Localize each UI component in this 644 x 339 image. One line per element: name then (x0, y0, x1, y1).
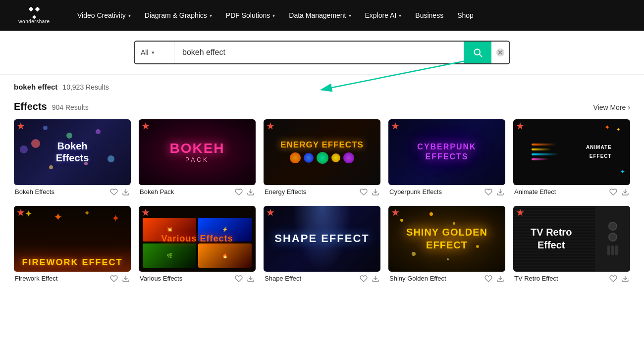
download-icon[interactable] (496, 188, 504, 196)
effect-actions (235, 275, 255, 283)
effects-grid-row2: ✦ ✦ ✦ ✦ FIREWORK EFFECT Firework Effect (14, 206, 630, 283)
nav-item-shop[interactable]: Shop (450, 0, 481, 31)
effect-info: Energy Effects (264, 185, 380, 196)
dropdown-chevron-icon: ▾ (152, 49, 155, 56)
like-icon[interactable] (609, 188, 617, 196)
effect-thumbnail: SHINY GOLDENEFFECT (388, 206, 505, 272)
chevron-down-icon: ▾ (128, 13, 131, 18)
effect-name: Animate Effect (514, 188, 556, 195)
effect-info: Shape Effect (264, 272, 380, 283)
search-icon (473, 48, 483, 57)
premium-badge (391, 122, 399, 130)
search-input[interactable] (174, 42, 464, 63)
effect-actions (110, 275, 130, 283)
effect-thumbnail: ✦ ✦ ✦ ✦ FIREWORK EFFECT (14, 206, 131, 272)
navbar: wondershare Video Creativity ▾ Diagram &… (0, 0, 644, 31)
download-icon[interactable] (247, 188, 255, 196)
chevron-down-icon: ▾ (399, 13, 401, 18)
effect-info: TV Retro Effect (513, 272, 630, 283)
results-count: 10,923 Results (62, 83, 108, 91)
effect-card-energy-effects[interactable]: ENERGY EFFECTS Energy Effects (264, 119, 380, 196)
effect-card-various-effects[interactable]: 💥 ⚡ 🌿 🔥 Various Effects Various Effects (139, 206, 256, 283)
chevron-down-icon: ▾ (349, 13, 351, 18)
effect-actions (235, 188, 255, 196)
effect-actions (110, 188, 130, 196)
effect-info: Shiny Golden Effect (388, 272, 505, 283)
section-title: Effects (14, 101, 47, 112)
svg-line-1 (480, 54, 482, 57)
effect-card-bokeh-pack[interactable]: BOKEH PACK Bokeh Pack (139, 119, 256, 196)
nav-item-business[interactable]: Business (408, 0, 450, 31)
like-icon[interactable] (484, 275, 492, 283)
like-icon[interactable] (110, 188, 118, 196)
effect-thumbnail: ANIMATEEFFECT ✦ ✦ ✦ (513, 119, 630, 185)
download-icon[interactable] (122, 275, 130, 283)
like-icon[interactable] (360, 275, 368, 283)
download-icon[interactable] (372, 275, 379, 283)
effect-name: Bokeh Pack (140, 188, 174, 195)
chevron-down-icon: ▾ (210, 13, 212, 18)
effect-actions (484, 188, 504, 196)
premium-badge (267, 209, 274, 217)
logo-icon (26, 7, 42, 18)
like-icon[interactable] (235, 275, 243, 283)
nav-item-data-management[interactable]: Data Management ▾ (282, 0, 358, 31)
effect-actions (484, 275, 504, 283)
premium-badge (267, 122, 274, 130)
effect-name: Bokeh Effects (15, 188, 54, 195)
effect-actions (360, 188, 379, 196)
effect-thumbnail: BokehEffects (14, 119, 131, 185)
effect-card-animate-effect[interactable]: ANIMATEEFFECT ✦ ✦ ✦ Animate Effect (513, 119, 630, 196)
effect-card-firework-effect[interactable]: ✦ ✦ ✦ ✦ FIREWORK EFFECT Firework Effect (14, 206, 131, 283)
effect-name: TV Retro Effect (514, 275, 558, 282)
nav-item-diagram-graphics[interactable]: Diagram & Graphics ▾ (138, 0, 219, 31)
logo[interactable]: wondershare (12, 7, 56, 24)
effect-thumbnail: CYBERPUNKEFFECTS (388, 119, 505, 185)
download-icon[interactable] (621, 275, 629, 283)
download-icon[interactable] (122, 188, 130, 196)
like-icon[interactable] (484, 188, 492, 196)
effect-info: Animate Effect (513, 185, 630, 196)
download-icon[interactable] (247, 275, 255, 283)
effect-name: Cyberpunk Effects (389, 188, 442, 195)
effect-thumbnail: 💥 ⚡ 🌿 🔥 Various Effects (139, 206, 256, 272)
like-icon[interactable] (235, 188, 243, 196)
download-icon[interactable] (496, 275, 504, 283)
like-icon[interactable] (360, 188, 368, 196)
category-dropdown[interactable]: All ▾ (135, 42, 174, 63)
effect-name: Energy Effects (265, 188, 306, 195)
effect-card-shiny-golden-effect[interactable]: SHINY GOLDENEFFECT Shiny Golden Effect (388, 206, 505, 283)
search-query-label: bokeh effect (14, 83, 57, 91)
nav-item-explore-ai[interactable]: Explore AI ▾ (358, 0, 409, 31)
chevron-down-icon: ▾ (272, 13, 275, 18)
effect-card-cyberpunk-effects[interactable]: CYBERPUNKEFFECTS Cyberpunk Effects (388, 119, 505, 196)
effect-card-bokeh-effects[interactable]: BokehEffects Bokeh Effects (14, 119, 131, 196)
like-icon[interactable] (609, 275, 617, 283)
search-section: All ▾ (0, 31, 644, 75)
effect-actions (609, 188, 629, 196)
close-icon (495, 48, 505, 57)
clear-button[interactable] (491, 42, 509, 63)
like-icon[interactable] (110, 275, 118, 283)
effect-info: Various Effects (139, 272, 256, 283)
effect-actions (360, 275, 379, 283)
effect-name: Shiny Golden Effect (389, 275, 446, 282)
search-button[interactable] (464, 42, 491, 63)
view-more-button[interactable]: View More › (593, 103, 630, 111)
chevron-right-icon: › (628, 103, 630, 111)
effect-info: Bokeh Pack (139, 185, 256, 196)
download-icon[interactable] (621, 188, 629, 196)
logo-text: wondershare (18, 19, 50, 24)
nav-item-video-creativity[interactable]: Video Creativity ▾ (70, 0, 138, 31)
effect-thumbnail: SHAPE EFFECT (264, 206, 380, 272)
download-icon[interactable] (372, 188, 379, 196)
nav-item-pdf-solutions[interactable]: PDF Solutions ▾ (219, 0, 282, 31)
effect-thumbnail: ENERGY EFFECTS (264, 119, 380, 185)
effect-actions (609, 275, 629, 283)
effect-card-shape-effect[interactable]: SHAPE EFFECT Shape Effect (264, 206, 380, 283)
effect-card-tv-retro-effect[interactable]: TV RetroEffect TV Retro Effect (513, 206, 630, 283)
nav-items: Video Creativity ▾ Diagram & Graphics ▾ … (70, 0, 632, 31)
effects-section: Effects 904 Results View More › (0, 95, 644, 283)
premium-badge (142, 122, 150, 130)
results-header: bokeh effect 10,923 Results (0, 75, 644, 95)
